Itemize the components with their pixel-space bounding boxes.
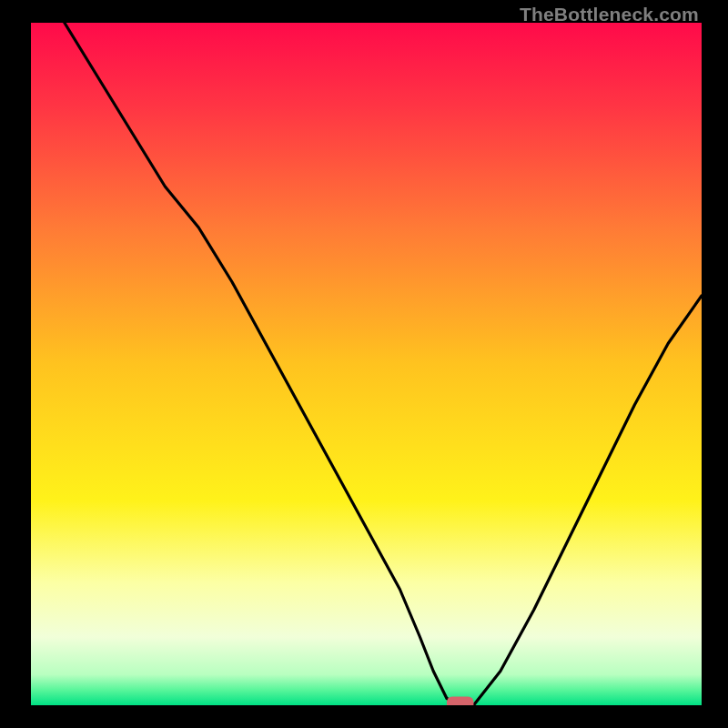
optimum-marker [447, 697, 473, 706]
gradient-background [31, 23, 702, 705]
plot-area [31, 23, 702, 705]
chart-frame: TheBottleneck.com [0, 0, 728, 728]
bottleneck-chart [31, 23, 702, 705]
